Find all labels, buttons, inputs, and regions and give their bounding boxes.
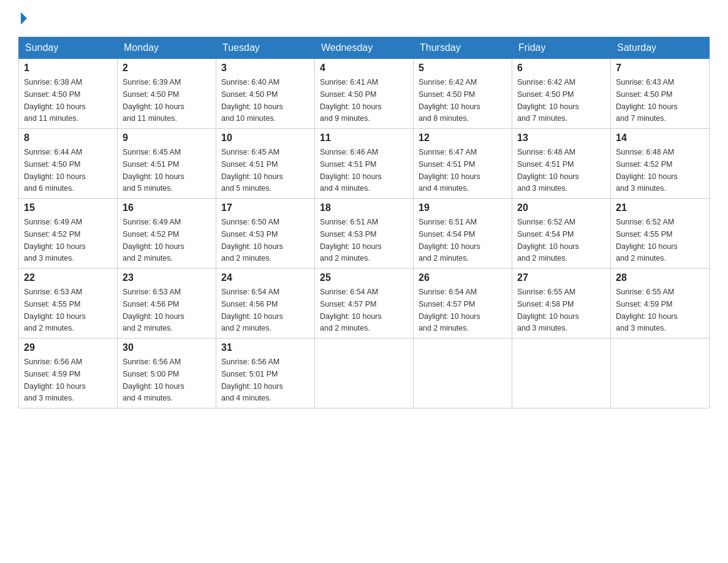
day-info: Sunrise: 6:52 AMSunset: 4:55 PMDaylight:… xyxy=(616,218,678,262)
calendar-table: SundayMondayTuesdayWednesdayThursdayFrid… xyxy=(18,37,710,408)
calendar-cell: 4 Sunrise: 6:41 AMSunset: 4:50 PMDayligh… xyxy=(315,59,414,129)
calendar-cell: 2 Sunrise: 6:39 AMSunset: 4:50 PMDayligh… xyxy=(118,59,216,129)
calendar-day-header: Saturday xyxy=(611,37,710,59)
day-info: Sunrise: 6:45 AMSunset: 4:51 PMDaylight:… xyxy=(123,148,184,193)
day-info: Sunrise: 6:39 AMSunset: 4:50 PMDaylight:… xyxy=(123,78,184,123)
calendar-cell: 3 Sunrise: 6:40 AMSunset: 4:50 PMDayligh… xyxy=(216,59,315,129)
day-number: 28 xyxy=(616,272,704,283)
calendar-cell xyxy=(414,339,512,408)
calendar-day-header: Sunday xyxy=(19,37,118,59)
calendar-cell: 6 Sunrise: 6:42 AMSunset: 4:50 PMDayligh… xyxy=(512,59,611,129)
page-header xyxy=(18,12,710,25)
calendar-day-header: Tuesday xyxy=(216,37,315,59)
calendar-cell: 16 Sunrise: 6:49 AMSunset: 4:52 PMDaylig… xyxy=(118,199,216,269)
day-info: Sunrise: 6:53 AMSunset: 4:55 PMDaylight:… xyxy=(24,288,86,332)
calendar-cell: 26 Sunrise: 6:54 AMSunset: 4:57 PMDaylig… xyxy=(414,269,512,339)
calendar-header-row: SundayMondayTuesdayWednesdayThursdayFrid… xyxy=(19,37,710,59)
day-number: 15 xyxy=(24,202,112,213)
day-number: 12 xyxy=(419,132,507,144)
day-info: Sunrise: 6:56 AMSunset: 5:01 PMDaylight:… xyxy=(221,358,283,402)
calendar-day-header: Wednesday xyxy=(315,37,414,59)
day-number: 31 xyxy=(221,342,309,353)
day-info: Sunrise: 6:45 AMSunset: 4:51 PMDaylight:… xyxy=(221,148,283,193)
calendar-cell: 7 Sunrise: 6:43 AMSunset: 4:50 PMDayligh… xyxy=(611,59,710,129)
logo xyxy=(18,12,27,25)
day-number: 5 xyxy=(419,63,507,74)
calendar-day-header: Monday xyxy=(118,37,216,59)
day-info: Sunrise: 6:47 AMSunset: 4:51 PMDaylight:… xyxy=(419,148,480,193)
calendar-cell xyxy=(512,339,611,408)
day-number: 18 xyxy=(320,202,408,213)
day-number: 26 xyxy=(419,272,507,283)
calendar-cell: 25 Sunrise: 6:54 AMSunset: 4:57 PMDaylig… xyxy=(315,269,414,339)
calendar-cell: 5 Sunrise: 6:42 AMSunset: 4:50 PMDayligh… xyxy=(414,59,512,129)
day-info: Sunrise: 6:54 AMSunset: 4:56 PMDaylight:… xyxy=(221,288,283,332)
calendar-cell: 28 Sunrise: 6:55 AMSunset: 4:59 PMDaylig… xyxy=(611,269,710,339)
calendar-cell: 17 Sunrise: 6:50 AMSunset: 4:53 PMDaylig… xyxy=(216,199,315,269)
day-number: 2 xyxy=(123,63,211,74)
day-number: 13 xyxy=(517,132,605,144)
day-number: 1 xyxy=(24,63,112,74)
calendar-cell: 31 Sunrise: 6:56 AMSunset: 5:01 PMDaylig… xyxy=(216,339,315,408)
calendar-cell: 10 Sunrise: 6:45 AMSunset: 4:51 PMDaylig… xyxy=(216,129,315,199)
day-number: 16 xyxy=(123,202,211,213)
day-info: Sunrise: 6:48 AMSunset: 4:52 PMDaylight:… xyxy=(616,148,678,193)
calendar-cell: 1 Sunrise: 6:38 AMSunset: 4:50 PMDayligh… xyxy=(19,59,118,129)
day-number: 20 xyxy=(517,202,605,213)
day-number: 14 xyxy=(616,132,704,144)
day-info: Sunrise: 6:41 AMSunset: 4:50 PMDaylight:… xyxy=(320,78,382,123)
day-number: 23 xyxy=(123,272,211,283)
day-info: Sunrise: 6:38 AMSunset: 4:50 PMDaylight:… xyxy=(24,78,86,123)
day-number: 8 xyxy=(24,132,112,144)
calendar-cell: 23 Sunrise: 6:53 AMSunset: 4:56 PMDaylig… xyxy=(118,269,216,339)
day-number: 21 xyxy=(616,202,704,213)
day-info: Sunrise: 6:53 AMSunset: 4:56 PMDaylight:… xyxy=(123,288,184,332)
calendar-cell xyxy=(315,339,414,408)
day-number: 25 xyxy=(320,272,408,283)
calendar-cell: 27 Sunrise: 6:55 AMSunset: 4:58 PMDaylig… xyxy=(512,269,611,339)
day-number: 30 xyxy=(123,342,211,353)
day-number: 9 xyxy=(123,132,211,144)
day-info: Sunrise: 6:51 AMSunset: 4:54 PMDaylight:… xyxy=(419,218,480,262)
day-number: 29 xyxy=(24,342,112,353)
day-number: 10 xyxy=(221,132,309,144)
day-info: Sunrise: 6:40 AMSunset: 4:50 PMDaylight:… xyxy=(221,78,283,123)
calendar-cell: 29 Sunrise: 6:56 AMSunset: 4:59 PMDaylig… xyxy=(19,339,118,408)
day-info: Sunrise: 6:46 AMSunset: 4:51 PMDaylight:… xyxy=(320,148,382,193)
day-number: 19 xyxy=(419,202,507,213)
calendar-cell: 15 Sunrise: 6:49 AMSunset: 4:52 PMDaylig… xyxy=(19,199,118,269)
logo-arrow-icon xyxy=(21,12,27,25)
day-info: Sunrise: 6:56 AMSunset: 4:59 PMDaylight:… xyxy=(24,358,86,402)
day-info: Sunrise: 6:54 AMSunset: 4:57 PMDaylight:… xyxy=(419,288,480,332)
calendar-week-row: 22 Sunrise: 6:53 AMSunset: 4:55 PMDaylig… xyxy=(19,269,710,339)
calendar-week-row: 15 Sunrise: 6:49 AMSunset: 4:52 PMDaylig… xyxy=(19,199,710,269)
day-info: Sunrise: 6:49 AMSunset: 4:52 PMDaylight:… xyxy=(123,218,184,262)
day-info: Sunrise: 6:49 AMSunset: 4:52 PMDaylight:… xyxy=(24,218,86,262)
day-info: Sunrise: 6:43 AMSunset: 4:50 PMDaylight:… xyxy=(616,78,678,123)
calendar-cell: 30 Sunrise: 6:56 AMSunset: 5:00 PMDaylig… xyxy=(118,339,216,408)
day-number: 17 xyxy=(221,202,309,213)
day-number: 24 xyxy=(221,272,309,283)
day-number: 27 xyxy=(517,272,605,283)
calendar-cell xyxy=(611,339,710,408)
day-info: Sunrise: 6:51 AMSunset: 4:53 PMDaylight:… xyxy=(320,218,382,262)
day-info: Sunrise: 6:55 AMSunset: 4:59 PMDaylight:… xyxy=(616,288,678,332)
day-number: 22 xyxy=(24,272,112,283)
calendar-cell: 12 Sunrise: 6:47 AMSunset: 4:51 PMDaylig… xyxy=(414,129,512,199)
day-info: Sunrise: 6:48 AMSunset: 4:51 PMDaylight:… xyxy=(517,148,579,193)
calendar-cell: 21 Sunrise: 6:52 AMSunset: 4:55 PMDaylig… xyxy=(611,199,710,269)
day-number: 4 xyxy=(320,63,408,74)
day-number: 3 xyxy=(221,63,309,74)
calendar-cell: 9 Sunrise: 6:45 AMSunset: 4:51 PMDayligh… xyxy=(118,129,216,199)
calendar-week-row: 29 Sunrise: 6:56 AMSunset: 4:59 PMDaylig… xyxy=(19,339,710,408)
day-info: Sunrise: 6:42 AMSunset: 4:50 PMDaylight:… xyxy=(517,78,579,123)
day-info: Sunrise: 6:55 AMSunset: 4:58 PMDaylight:… xyxy=(517,288,579,332)
calendar-day-header: Thursday xyxy=(414,37,512,59)
day-info: Sunrise: 6:44 AMSunset: 4:50 PMDaylight:… xyxy=(24,148,86,193)
calendar-cell: 24 Sunrise: 6:54 AMSunset: 4:56 PMDaylig… xyxy=(216,269,315,339)
calendar-cell: 13 Sunrise: 6:48 AMSunset: 4:51 PMDaylig… xyxy=(512,129,611,199)
day-info: Sunrise: 6:50 AMSunset: 4:53 PMDaylight:… xyxy=(221,218,283,262)
calendar-cell: 18 Sunrise: 6:51 AMSunset: 4:53 PMDaylig… xyxy=(315,199,414,269)
day-number: 7 xyxy=(616,63,704,74)
day-number: 6 xyxy=(517,63,605,74)
